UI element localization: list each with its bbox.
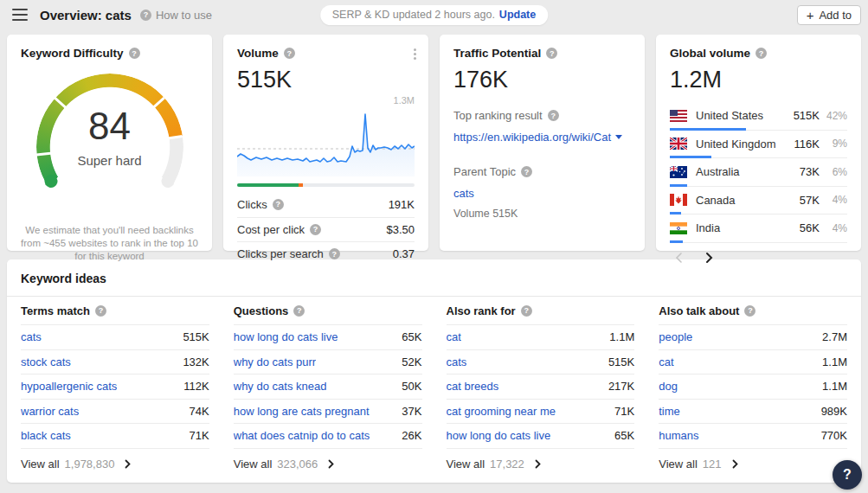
menu-icon[interactable] [12,9,28,21]
cps-help-icon[interactable] [329,248,340,259]
keyword-link[interactable]: time [659,405,680,418]
view-all-terms-match[interactable]: View all 1,978,830 [21,449,209,480]
metric-cards: Keyword Difficulty 84 Super hard We esti… [7,35,861,251]
keyword-link[interactable]: black cats [21,429,71,442]
questions-help-icon[interactable] [293,305,305,317]
help-bubble-button[interactable]: ? [833,460,862,490]
country-row-india: India 56K 4% [670,214,847,243]
keyword-link[interactable]: how long do cats live [447,429,551,442]
keyword-link[interactable]: what does catnip do to cats [234,429,370,442]
keyword-link[interactable]: why do cats purr [234,355,316,368]
top-ranking-url: https://en.wikipedia.org/wiki/Cat [453,131,611,144]
view-all-count: 1,978,830 [65,458,115,471]
cpc-help-icon[interactable] [310,224,321,235]
caret-down-icon [615,135,622,139]
country-volume: 57K [800,194,820,207]
view-all-label: View all [234,458,273,471]
flag-united-states-icon [670,110,687,122]
top-ranking-help-icon[interactable] [548,110,559,121]
keyword-volume: 71K [190,429,209,442]
keyword-link[interactable]: how long do cats live [234,330,338,343]
kd-gauge: 84 Super hard [36,74,183,202]
tp-help-icon[interactable] [546,48,557,59]
keyword-volume: 112K [183,380,209,393]
parent-topic-volume: Volume 515K [453,208,631,220]
keyword-link[interactable]: why do cats knead [234,380,327,393]
kd-score-label: Super hard [36,153,183,168]
country-percent: 4% [820,194,847,206]
clicks-help-icon[interactable] [273,199,284,210]
volume-help-icon[interactable] [284,48,295,59]
volume-value: 515K [237,67,415,93]
column-header: Terms match [21,304,90,317]
kd-help-icon[interactable] [129,48,140,59]
keyword-link[interactable]: cats [447,355,467,368]
keyword-link[interactable]: cat grooming near me [447,405,556,418]
keyword-link[interactable]: people [659,330,692,343]
also-rank-for-help-icon[interactable] [521,305,532,317]
serp-status-pill: SERP & KD updated 2 hours ago. Update [320,5,548,25]
gv-help-icon[interactable] [755,48,767,59]
keyword-volume: 26K [402,429,421,442]
view-all-count: 17,322 [490,458,524,471]
keyword-volume: 989K [821,405,847,418]
keyword-volume: 515K [608,355,634,368]
keyword-volume: 74K [190,405,209,418]
keyword-ideas-title: Keyword ideas [7,259,861,297]
next-page-icon[interactable] [705,252,713,264]
column-also-rank-for: Also rank for cat1.1M cats515K cat breed… [447,297,635,480]
keyword-volume: 1.1M [822,355,847,368]
top-ranking-url-link[interactable]: https://en.wikipedia.org/wiki/Cat [453,131,622,144]
clicks-label: Clicks [237,198,267,211]
kd-score: 84 [36,105,183,148]
keyword-link[interactable]: cat breeds [447,380,499,393]
help-icon [140,10,151,21]
country-pager [670,252,847,264]
view-all-also-talk-about[interactable]: View all 121 [659,449,847,480]
how-to-use-label: How to use [156,9,212,22]
flag-united-kingdom-icon [670,138,687,150]
update-link[interactable]: Update [499,9,536,21]
keyword-link[interactable]: stock cats [21,355,71,368]
also-talk-about-help-icon[interactable] [744,305,755,317]
prev-page-icon[interactable] [675,252,683,264]
country-name: Canada [696,194,736,207]
clicks-ratio-bar[interactable] [237,183,415,187]
keyword-volume: 132K [183,355,209,368]
keyword-volume: 217K [608,380,634,393]
kd-note: We estimate that you'll need backlinks f… [21,224,198,263]
cps-value: 0.37 [393,247,415,260]
volume-card: Volume 515K 1.3M [223,35,428,251]
flag-australia-icon [670,166,687,178]
column-header: Questions [234,304,289,317]
country-name: United Kingdom [696,138,776,150]
cpc-row: Cost per click $3.50 [237,217,415,242]
country-name: India [696,221,720,234]
keyword-link[interactable]: cats [21,330,42,343]
country-share-bar [670,184,687,187]
parent-topic-link[interactable]: cats [453,187,474,200]
keyword-ideas-card: Keyword ideas Terms match cats515K stock… [7,259,861,483]
keyword-link[interactable]: how long are cats pregnant [234,405,370,418]
column-also-talk-about: Also talk about people2.7M cat1.1M dog1.… [659,297,847,480]
global-volume-card: Global volume 1.2M United States 515K 42… [656,35,861,251]
cps-label: Clicks per search [237,247,324,260]
volume-title: Volume [237,47,279,60]
keyword-link[interactable]: hypoallergenic cats [21,380,117,393]
flag-canada-icon [670,194,687,206]
keyword-link[interactable]: cat [447,330,461,343]
parent-topic-help-icon[interactable] [521,166,532,177]
kebab-menu-icon[interactable] [414,48,416,51]
keyword-link[interactable]: warrior cats [21,405,79,418]
chevron-right-icon [535,459,541,469]
view-all-questions[interactable]: View all 323,066 [234,449,422,480]
add-to-button[interactable]: + Add to [797,5,861,25]
terms-match-help-icon[interactable] [95,305,106,317]
how-to-use-link[interactable]: How to use [140,9,212,22]
kd-title: Keyword Difficulty [21,47,124,60]
plus-icon: + [807,9,814,22]
keyword-link[interactable]: cat [659,355,673,368]
keyword-link[interactable]: dog [659,380,678,393]
keyword-link[interactable]: humans [659,429,698,442]
view-all-also-rank-for[interactable]: View all 17,322 [447,449,635,480]
